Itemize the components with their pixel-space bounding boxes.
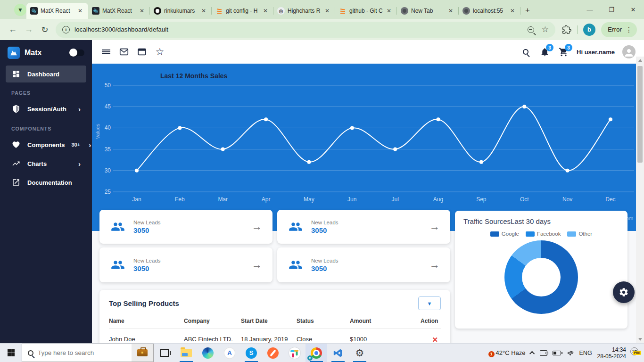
taskbar-search-input[interactable] xyxy=(38,349,118,356)
browser-tab[interactable]: ◎ Highcharts R ✕ xyxy=(273,3,335,19)
window-restore-button[interactable]: ❐ xyxy=(601,0,622,19)
tray-chevron-up-icon[interactable] xyxy=(529,351,534,356)
page-scrollbar[interactable] xyxy=(636,57,644,343)
sidebar-item-dashboard[interactable]: Dashboard xyxy=(6,66,86,82)
tab-close-icon[interactable]: ✕ xyxy=(76,7,84,15)
sidebar-item-label: Dashboard xyxy=(27,71,59,78)
forward-icon[interactable]: → xyxy=(21,25,37,34)
sidebar-mode-toggle[interactable] xyxy=(70,49,84,56)
sidebar-item-label: Charts xyxy=(27,160,47,167)
browser-tab[interactable]: New Tab ✕ xyxy=(397,3,459,19)
sidebar-item-documentation[interactable]: Documentation xyxy=(0,173,92,192)
taskbar-postman[interactable] xyxy=(262,344,284,362)
browser-tab[interactable]: MatX React ✕ xyxy=(26,3,88,19)
window-minimize-button[interactable]: — xyxy=(579,0,601,19)
briefcase-button[interactable] xyxy=(132,344,153,362)
edge-icon xyxy=(202,347,214,359)
avatar[interactable] xyxy=(622,45,636,58)
arrow-right-icon[interactable]: → xyxy=(429,221,440,233)
metric-card-new-leads[interactable]: New Leads3050 → xyxy=(99,210,272,244)
metric-card-new-leads[interactable]: New Leads3050 → xyxy=(277,247,450,282)
svg-text:Apr: Apr xyxy=(262,196,271,203)
tab-title: git config - H xyxy=(226,8,261,14)
task-view-button[interactable] xyxy=(154,344,175,362)
taskbar-slack[interactable] xyxy=(284,344,305,362)
table-filter-dropdown[interactable]: ▼ xyxy=(418,296,441,310)
site-info-icon[interactable]: i xyxy=(62,26,70,33)
components-count-badge: 30+ xyxy=(71,142,80,148)
tab-close-icon[interactable]: ✕ xyxy=(199,7,208,15)
stackoverflow-icon xyxy=(339,7,347,15)
scroll-up-icon[interactable] xyxy=(638,59,642,62)
svg-text:50: 50 xyxy=(105,82,111,89)
taskbar-dev-tool[interactable]: A xyxy=(219,344,240,362)
taskbar-clock[interactable]: 14:34 28-05-2024 xyxy=(597,346,626,360)
browser-menu-button[interactable]: Error ⋮ xyxy=(601,22,637,37)
start-button[interactable] xyxy=(0,344,22,362)
arrow-right-icon[interactable]: → xyxy=(429,259,440,271)
arrow-right-icon[interactable]: → xyxy=(252,221,262,233)
delete-row-icon[interactable]: ✕ xyxy=(421,336,441,343)
window-close-button[interactable]: ✕ xyxy=(622,0,644,19)
browser-profile-avatar[interactable]: b xyxy=(583,24,595,36)
legend-item-facebook: Facebook xyxy=(526,231,561,237)
tab-close-icon[interactable]: ✕ xyxy=(261,7,270,15)
browser-tab[interactable]: rinkukumars ✕ xyxy=(150,3,212,19)
browser-tab[interactable]: github - Git C ✕ xyxy=(335,3,397,19)
tab-close-icon[interactable]: ✕ xyxy=(508,7,517,15)
tab-title: localhost:55 xyxy=(473,8,508,14)
mail-icon[interactable] xyxy=(118,46,130,58)
scroll-down-icon[interactable] xyxy=(638,338,642,341)
weather-text[interactable]: 42°C Haze xyxy=(496,349,526,356)
taskbar-edge[interactable] xyxy=(197,344,219,362)
extensions-puzzle-icon[interactable] xyxy=(562,25,571,34)
metric-card-new-leads[interactable]: New Leads3050 → xyxy=(277,210,450,244)
screen-cast-icon[interactable] xyxy=(540,350,547,356)
metric-card-new-leads[interactable]: New Leads3050 → xyxy=(99,247,272,282)
scrollbar-thumb[interactable] xyxy=(637,66,643,163)
search-icon xyxy=(28,350,33,356)
cart-icon[interactable]: 3 xyxy=(558,46,569,58)
search-icon[interactable] xyxy=(520,46,531,58)
reload-icon[interactable]: ↻ xyxy=(37,25,53,35)
browser-tab[interactable]: git config - H ✕ xyxy=(212,3,273,19)
brand-name: Matx xyxy=(25,49,70,57)
browser-tab[interactable]: localhost:55 ✕ xyxy=(459,3,520,19)
group-people-icon xyxy=(288,220,304,234)
back-icon[interactable]: ← xyxy=(5,25,21,34)
taskbar-vscode[interactable] xyxy=(327,344,349,362)
tab-search-button[interactable]: ▼ xyxy=(14,4,26,16)
sidebar-item-charts[interactable]: Charts › xyxy=(0,154,92,173)
taskbar-settings[interactable]: ⚙ xyxy=(349,344,371,362)
wifi-icon[interactable] xyxy=(566,350,574,356)
star-outline-icon[interactable]: ☆ xyxy=(154,46,165,58)
language-indicator[interactable]: ENG xyxy=(579,350,592,356)
new-tab-button[interactable]: + xyxy=(525,6,530,15)
arrow-right-icon[interactable]: → xyxy=(252,259,262,271)
sidebar-item-session-auth[interactable]: Session/Auth › xyxy=(0,99,92,118)
notifications-bell-icon[interactable]: 3 xyxy=(539,46,550,58)
tab-close-icon[interactable]: ✕ xyxy=(138,7,146,15)
svg-text:Jun: Jun xyxy=(347,196,356,203)
taskbar-chrome[interactable]: b xyxy=(305,344,327,362)
bookmark-star-icon[interactable]: ☆ xyxy=(542,25,549,34)
web-window-icon[interactable] xyxy=(136,46,148,58)
tab-close-icon[interactable]: ✕ xyxy=(323,7,331,15)
notification-count-badge: 3 xyxy=(546,44,553,51)
menu-hamburger-icon[interactable] xyxy=(100,46,112,58)
table-row[interactable]: John Doe ABC Fintech LTD. 18 January, 20… xyxy=(109,329,441,343)
battery-icon[interactable] xyxy=(553,351,561,355)
sidebar-item-components[interactable]: Components 30+ › xyxy=(0,135,92,154)
theme-settings-fab[interactable] xyxy=(613,281,635,303)
taskbar-skype[interactable]: S xyxy=(240,344,262,362)
tab-close-icon[interactable]: ✕ xyxy=(446,7,455,15)
taskbar-search-box[interactable] xyxy=(22,344,154,362)
zoom-out-icon[interactable] xyxy=(528,26,534,33)
browser-tab[interactable]: MatX React ✕ xyxy=(88,3,150,19)
taskbar-file-explorer[interactable] xyxy=(175,344,197,362)
address-bar[interactable]: i localhost:3000/dashboard/default ☆ xyxy=(56,22,555,38)
preview-badge: PRE xyxy=(633,351,641,355)
github-icon xyxy=(154,7,161,15)
tab-close-icon[interactable]: ✕ xyxy=(385,7,393,15)
cell-status: Close xyxy=(297,336,350,343)
